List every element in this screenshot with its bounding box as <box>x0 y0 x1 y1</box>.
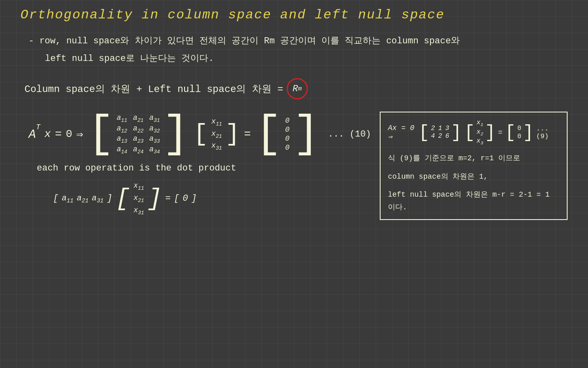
right-box-content: Ax = 0 ⇒ [ 2 1 3 4 2 6 ] <box>388 118 559 213</box>
left-side: AT x = 0 ⇒ [ a11 a21 a31 a12 a22 a32 a13 <box>20 112 372 217</box>
rbox-xvec-right: ] <box>485 123 495 141</box>
main-equation-area: AT x = 0 ⇒ [ a11 a21 a31 a12 a22 a32 a13 <box>20 112 568 220</box>
rbox-text1: 식 (9)를 기준으로 m=2, r=1 이므로 <box>388 152 559 165</box>
rbox-zero-left: [ <box>505 123 516 141</box>
bottom-x-vector: [ x11 x21 x31 ] <box>116 180 162 217</box>
page-content: Orthogonality in column space and left n… <box>0 0 588 368</box>
rbox-matrix: [ 2 1 3 4 2 6 ] <box>419 123 462 141</box>
equals-sign: = <box>55 128 62 141</box>
zero-right-bracket: ] <box>293 112 320 157</box>
bxv-left: [ <box>116 186 130 211</box>
rm-circle: Rm <box>287 78 308 99</box>
bxv-right: ] <box>147 186 162 211</box>
page-title: Orthogonality in column space and left n… <box>20 7 568 22</box>
right-bracket: ] <box>163 112 189 157</box>
rbox-xvec-left: [ <box>464 123 475 141</box>
rbox-xvec: [ x1 x2 x3 ] <box>464 118 496 146</box>
subtitle-line1: - row, null space와 차이가 있다면 전체의 공간이 Rm 공간… <box>29 34 568 48</box>
rbox-text2: column space의 차원은 1, <box>388 171 559 183</box>
dot-product-line: each row operation is the dot product <box>37 163 372 173</box>
zero-left-bracket: [ <box>255 112 282 157</box>
right-info-box: Ax = 0 ⇒ [ 2 1 3 4 2 6 ] <box>380 112 568 220</box>
rbox-eq-row: Ax = 0 ⇒ [ 2 1 3 4 2 6 ] <box>388 118 559 146</box>
x-vector-cells: x11 x21 x31 <box>208 116 225 153</box>
rbox-mat-cells: 2 1 3 4 2 6 <box>429 124 451 141</box>
rbox-zero-cells: 0 0 <box>516 124 523 141</box>
at-matrix: [ a11 a21 a31 a12 a22 a32 a13 a23 a33 a1… <box>87 112 189 157</box>
zero-label: 0 <box>66 128 72 140</box>
rbox-zero-right: ] <box>523 123 534 141</box>
dimension-equation: Column space의 차원 + Left null space의 차원 =… <box>24 78 568 99</box>
arrow-sign: ⇒ <box>76 127 83 141</box>
at-label: AT <box>29 127 40 141</box>
at-matrix-cells: a11 a21 a31 a12 a22 a32 a13 a23 a33 a14 … <box>114 112 163 156</box>
bottom-x-cells: x11 x21 x31 <box>130 180 147 217</box>
eq2: = <box>244 128 251 141</box>
subtitle-line2: left null space로 나눈다는 것이다. <box>45 52 568 66</box>
rbox-eq-num: ... (9) <box>536 125 559 140</box>
rbox-xvec-cells: x1 x2 x3 <box>475 118 485 146</box>
rbox-zerovec: [ 0 0 ] <box>505 123 534 141</box>
bottom-equation: [ a11 a21 a31 ] [ x11 x21 x31 ] = [ 0 <box>53 180 372 217</box>
x-left-bracket: [ <box>194 122 208 146</box>
left-bracket: [ <box>87 112 114 157</box>
eq10-label: ... (10) <box>328 129 371 139</box>
x-label: x <box>45 128 51 140</box>
zero-vector: [ 0 0 0 0 ] <box>255 112 320 157</box>
matrix-equation-row: AT x = 0 ⇒ [ a11 a21 a31 a12 a22 a32 a13 <box>29 112 372 157</box>
rbox-text3: left null space의 차원은 m-r = 2-1 = 1 이다. <box>388 188 559 213</box>
x-right-bracket: ] <box>225 122 240 146</box>
zero-vector-cells: 0 0 0 0 <box>282 115 293 153</box>
rbox-mat-left: [ <box>419 123 429 141</box>
x-vector: [ x11 x21 x31 ] <box>194 116 240 153</box>
rbox-mat-right: ] <box>451 123 461 141</box>
